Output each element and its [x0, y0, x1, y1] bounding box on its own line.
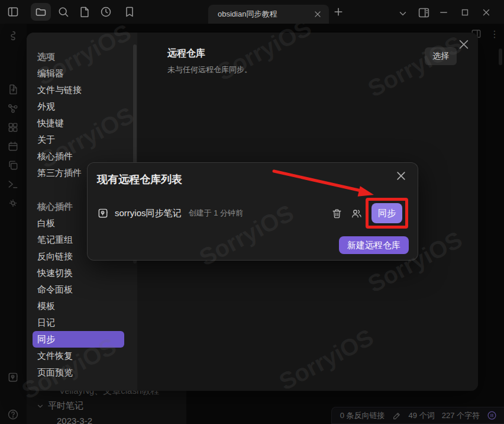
- select-repo-button[interactable]: 选择: [425, 47, 457, 65]
- tab-title: obsidian同步教程: [208, 9, 311, 20]
- trash-icon[interactable]: [331, 208, 343, 219]
- app-window: obsidian同步教程: [0, 0, 504, 424]
- sidebar-item-sync[interactable]: 同步: [33, 331, 124, 348]
- titlebar: obsidian同步教程: [0, 0, 504, 24]
- repo-created-time: 创建于 1 分钟前: [189, 208, 243, 219]
- sync-button[interactable]: 同步: [371, 203, 402, 223]
- sidebar-item-files-links[interactable]: 文件与链接: [33, 82, 124, 98]
- panel-right-icon[interactable]: [418, 7, 430, 19]
- vault-icon: [97, 207, 109, 219]
- sidebar-item-about[interactable]: 关于: [33, 131, 124, 148]
- sidebar-section-options: 选项: [33, 49, 124, 65]
- file-icon[interactable]: [79, 6, 91, 18]
- tab-close-icon[interactable]: [311, 8, 324, 21]
- repo-name: sorryios同步笔记: [115, 208, 182, 219]
- clock-icon[interactable]: [100, 6, 112, 18]
- sidebar-item-hotkeys[interactable]: 快捷键: [33, 115, 124, 131]
- close-icon[interactable]: [481, 7, 492, 18]
- minimize-icon[interactable]: [438, 7, 449, 18]
- sidebar-item-daily-notes[interactable]: 日记: [33, 314, 124, 331]
- setting-remote-repo: 远程仓库 未与任何远程仓库同步。 选择: [167, 47, 457, 75]
- new-tab-plus-icon[interactable]: [332, 6, 344, 18]
- sidebar-item-quick-switcher[interactable]: 快速切换: [33, 265, 124, 281]
- remote-repo-list-dialog: 现有远程仓库列表 sorryios同步笔记 创建于 1 分钟前 同步: [87, 162, 418, 261]
- search-icon[interactable]: [57, 6, 69, 18]
- sidebar-item-page-preview[interactable]: 页面预览: [33, 364, 124, 381]
- repo-list-item: sorryios同步笔记 创建于 1 分钟前 同步: [97, 198, 408, 228]
- new-remote-repo-button[interactable]: 新建远程仓库: [339, 236, 409, 254]
- maximize-icon[interactable]: [460, 7, 470, 18]
- annotation-red-box: 同步: [366, 198, 408, 229]
- chevron-down-icon[interactable]: [398, 8, 408, 19]
- tab-obsidian-sync-tutorial[interactable]: obsidian同步教程: [208, 5, 329, 24]
- panel-left-icon[interactable]: [7, 6, 19, 18]
- bookmark-icon[interactable]: [124, 6, 135, 18]
- dialog-close-icon[interactable]: [395, 170, 407, 182]
- sidebar-item-command-palette[interactable]: 命令面板: [33, 281, 124, 298]
- settings-close-icon[interactable]: [457, 38, 470, 51]
- setting-description: 未与任何远程仓库同步。: [167, 65, 425, 75]
- files-tab-button[interactable]: [31, 3, 51, 21]
- sidebar-item-editor[interactable]: 编辑器: [33, 65, 124, 82]
- sidebar-item-appearance[interactable]: 外观: [33, 98, 124, 115]
- folder-icon: [35, 6, 47, 18]
- dialog-title: 现有远程仓库列表: [97, 172, 182, 187]
- sidebar-item-templates[interactable]: 模板: [33, 298, 124, 314]
- users-icon[interactable]: [351, 208, 362, 219]
- sidebar-item-file-recovery[interactable]: 文件恢复: [33, 348, 124, 364]
- setting-title: 远程仓库: [167, 47, 425, 60]
